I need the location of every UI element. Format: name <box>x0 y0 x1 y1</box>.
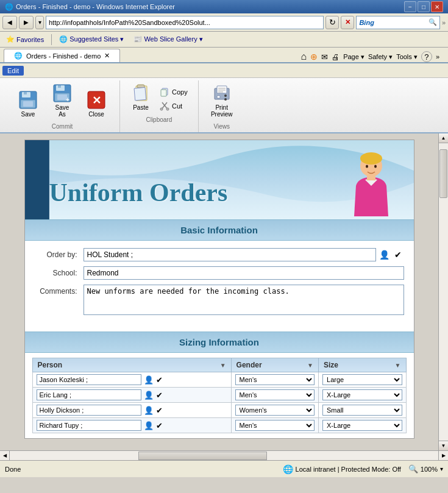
content-scroll-area[interactable]: Uniform Orders <box>0 133 438 450</box>
status-done: Done <box>5 466 276 473</box>
favorites-label: Favorites <box>16 36 44 43</box>
person-check-icon-4[interactable]: ✔ <box>156 421 163 430</box>
h-scroll-left-button[interactable]: ◀ <box>0 451 10 461</box>
gender-cell-4: Men'sWomen's <box>231 418 318 433</box>
menu-bar: Edit <box>0 63 448 78</box>
print-preview-label: PrintPreview <box>211 104 233 118</box>
order-by-row: Order by: 👤 ✔ <box>35 248 404 261</box>
save-as-button[interactable]: + SaveAs <box>46 80 78 119</box>
mail-icon[interactable]: ✉ <box>321 52 328 62</box>
menu-item-edit[interactable]: Edit <box>2 66 24 76</box>
svg-point-32 <box>224 98 227 101</box>
web-slice-icon: 📰 <box>133 35 142 43</box>
back-button[interactable]: ◀ <box>2 16 17 29</box>
window-title: Orders - Finished - demo - Windows Inter… <box>16 3 404 10</box>
gender-select-3[interactable]: Women'sMen's <box>235 405 315 416</box>
web-slice-gallery-button[interactable]: 📰 Web Slice Gallery ▾ <box>131 34 205 44</box>
h-scroll-right-button[interactable]: ▶ <box>438 451 448 461</box>
comments-textarea[interactable]: New unforms are needed for the incoming … <box>84 285 404 315</box>
scroll-thumb[interactable] <box>439 149 447 198</box>
sizing-info-body: Person ▼ Gender ▼ <box>25 353 414 438</box>
school-input[interactable] <box>84 266 404 280</box>
size-column-header: Size ▼ <box>319 358 406 372</box>
web-slice-label: Web Slice Gallery ▾ <box>144 35 202 43</box>
close-icon: ✕ <box>87 90 106 110</box>
person-input-3[interactable] <box>37 405 141 416</box>
svg-text:✕: ✕ <box>92 94 101 107</box>
person-check-icon-3[interactable]: ✔ <box>156 406 163 415</box>
copy-button[interactable]: Copy <box>157 85 191 99</box>
forward-button[interactable]: ▶ <box>19 16 34 29</box>
picker-icons: 👤 ✔ <box>379 249 404 261</box>
search-input[interactable] <box>378 19 427 26</box>
person-cell-4: 👤 ✔ <box>32 418 231 433</box>
recent-pages-button[interactable]: ▾ <box>35 16 44 29</box>
size-select-4[interactable]: X-LargeLargeSmall <box>322 420 402 431</box>
gender-select-2[interactable]: Men'sWomen's <box>235 389 315 400</box>
person-check-icon-2[interactable]: ✔ <box>156 391 163 400</box>
print-preview-button[interactable]: PrintPreview <box>206 80 238 119</box>
horizontal-scrollbar: ◀ ▶ <box>0 450 448 460</box>
bing-logo: Bing <box>359 19 374 26</box>
person-picker-icon-4[interactable]: 👤 <box>144 421 154 430</box>
restore-button[interactable]: □ <box>418 1 430 12</box>
home-icon[interactable]: ⌂ <box>300 51 307 62</box>
paste-label: Paste <box>133 104 149 111</box>
save-button[interactable]: Save <box>12 87 44 119</box>
toolbar-extend-icon[interactable]: » <box>442 19 446 26</box>
gender-select-4[interactable]: Men'sWomen's <box>235 420 315 431</box>
sizing-table-body: 👤 ✔ Men'sWomen's <box>32 372 406 433</box>
gender-filter-icon[interactable]: ▼ <box>307 362 313 369</box>
favorites-button[interactable]: ⭐ Favorites <box>4 34 46 44</box>
window-controls: − □ ✕ <box>404 1 443 12</box>
check-names-icon[interactable]: ✔ <box>392 249 404 261</box>
gender-select-1[interactable]: Men'sWomen's <box>235 374 315 385</box>
close-button[interactable]: ✕ Close <box>80 87 112 119</box>
person-picker-icon-3[interactable]: 👤 <box>144 406 154 415</box>
person-input-4[interactable] <box>37 420 141 431</box>
stop-button[interactable]: ✕ <box>341 16 354 29</box>
help-icon[interactable]: ? <box>421 51 432 62</box>
paste-button[interactable]: Paste <box>127 80 154 113</box>
svg-rect-2 <box>24 92 27 94</box>
person-input-2[interactable] <box>37 389 141 400</box>
person-picker-icon-1[interactable]: 👤 <box>144 375 154 385</box>
size-select-2[interactable]: X-LargeLargeSmall <box>322 389 402 400</box>
main-area: Uniform Orders <box>0 133 448 450</box>
h-scroll-thumb[interactable] <box>138 452 267 460</box>
tab-orders[interactable]: 🌐 Orders - Finished - demo ✕ <box>4 49 120 62</box>
person-input-1[interactable] <box>37 374 141 385</box>
zone-icon: 🌐 <box>283 464 293 474</box>
favorites-bar: ⭐ Favorites 🌐 Suggested Sites ▾ 📰 Web Sl… <box>0 32 448 48</box>
address-book-icon[interactable]: 👤 <box>379 249 391 261</box>
person-picker-icon-2[interactable]: 👤 <box>144 391 154 400</box>
person-filter-icon[interactable]: ▼ <box>220 362 226 369</box>
svg-text:+: + <box>66 96 69 103</box>
address-input[interactable] <box>46 16 324 29</box>
cut-button[interactable]: Cut <box>157 99 191 113</box>
ie-icon: 🌐 <box>5 3 13 11</box>
person-check-icon-1[interactable]: ✔ <box>156 375 163 385</box>
size-cell-4: X-LargeLargeSmall <box>319 418 406 433</box>
print-icon[interactable]: 🖨 <box>332 52 340 62</box>
minimize-button[interactable]: − <box>404 1 416 12</box>
page-menu[interactable]: Page ▾ <box>343 53 364 61</box>
size-select-3[interactable]: SmallLargeX-Large <box>322 405 402 416</box>
order-by-input[interactable] <box>84 248 376 261</box>
safety-menu[interactable]: Safety ▾ <box>368 53 393 61</box>
status-zoom[interactable]: 🔍 100% ▾ <box>408 464 443 473</box>
close-button[interactable]: ✕ <box>431 1 443 12</box>
size-filter-icon[interactable]: ▼ <box>395 362 401 369</box>
size-select-1[interactable]: LargeSmallX-Large <box>322 374 402 385</box>
tab-close-icon[interactable]: ✕ <box>104 52 110 60</box>
scroll-down-button[interactable]: ▼ <box>439 441 448 450</box>
tools-menu[interactable]: Tools ▾ <box>396 53 418 61</box>
toolbar-extend-icon[interactable]: » <box>436 53 439 60</box>
svg-rect-7 <box>58 85 61 88</box>
scroll-up-button[interactable]: ▲ <box>439 133 448 143</box>
refresh-button[interactable]: ↻ <box>325 16 339 29</box>
feeds-icon[interactable]: ⊕ <box>310 52 318 62</box>
status-zone: 🌐 Local intranet | Protected Mode: Off <box>283 464 401 474</box>
zoom-level: 100% <box>421 466 438 473</box>
suggested-sites-button[interactable]: 🌐 Suggested Sites ▾ <box>57 34 126 44</box>
